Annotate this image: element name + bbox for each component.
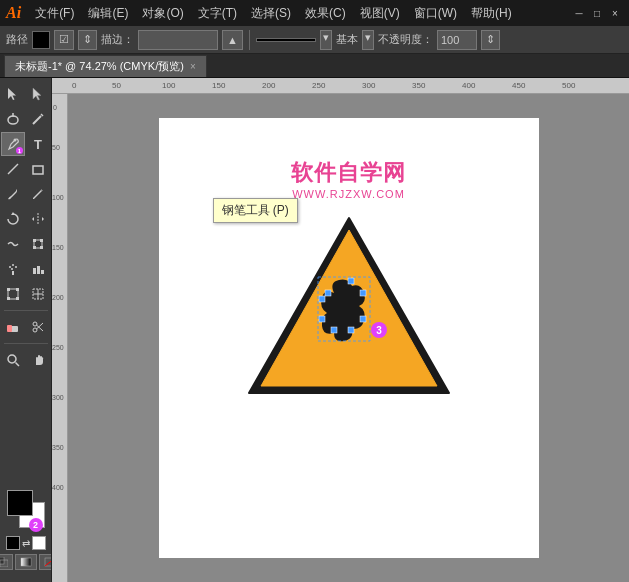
options-toolbar: 路径 ☑ ⇕ 描边： ▲ ▾ 基本 ▾ 不透明度： ⇕ bbox=[0, 26, 629, 54]
stroke-width-input[interactable] bbox=[138, 30, 218, 50]
svg-rect-43 bbox=[0, 557, 4, 564]
menu-effect[interactable]: 效果(C) bbox=[299, 3, 352, 24]
color-area: 2 ⇄ bbox=[0, 490, 52, 578]
stroke-style-select[interactable]: ▾ bbox=[320, 30, 332, 50]
fill-color-swatch[interactable] bbox=[32, 31, 50, 49]
color-swatches: 2 bbox=[7, 490, 45, 528]
minimize-button[interactable]: ─ bbox=[571, 5, 587, 21]
canvas-area: 0 50 100 150 200 250 300 350 400 450 500… bbox=[52, 78, 629, 582]
anchor-7 bbox=[319, 316, 325, 322]
svg-point-6 bbox=[14, 139, 17, 142]
eraser-tool-btn[interactable] bbox=[1, 315, 25, 339]
type-tool[interactable]: T bbox=[26, 132, 50, 156]
direct-select-tool[interactable] bbox=[26, 82, 50, 106]
svg-line-4 bbox=[33, 116, 41, 124]
symbol-spray-tool[interactable] bbox=[1, 257, 25, 281]
scissors-tool-btn[interactable] bbox=[26, 315, 50, 339]
stroke-stepper[interactable]: ⇕ bbox=[78, 30, 97, 50]
watermark-title: 软件自学网 bbox=[291, 158, 406, 188]
svg-rect-16 bbox=[40, 239, 43, 242]
line-tool[interactable] bbox=[1, 157, 25, 181]
svg-line-42 bbox=[16, 363, 20, 367]
tooltip-text: 钢笔工具 (P) bbox=[222, 203, 289, 217]
rect-tool[interactable] bbox=[26, 157, 50, 181]
svg-rect-23 bbox=[12, 271, 14, 275]
pencil-tool[interactable] bbox=[26, 182, 50, 206]
opacity-label: 不透明度： bbox=[378, 32, 433, 47]
foreground-color-swatch[interactable] bbox=[7, 490, 33, 516]
none-icon[interactable] bbox=[39, 554, 53, 570]
anchor-1 bbox=[325, 290, 331, 296]
menu-window[interactable]: 窗口(W) bbox=[408, 3, 463, 24]
rotate-tool[interactable] bbox=[1, 207, 25, 231]
stroke-up-btn[interactable]: ▲ bbox=[222, 30, 243, 50]
stroke-checkbox[interactable]: ☑ bbox=[54, 30, 74, 50]
column-graph-tool[interactable] bbox=[26, 257, 50, 281]
hand-tool-btn[interactable] bbox=[26, 348, 50, 372]
checkbox-icon: ☑ bbox=[59, 33, 69, 46]
svg-rect-28 bbox=[7, 288, 10, 291]
svg-rect-24 bbox=[33, 268, 36, 274]
warp-tool[interactable] bbox=[1, 232, 25, 256]
menu-bar: 文件(F) 编辑(E) 对象(O) 文字(T) 选择(S) 效果(C) 视图(V… bbox=[29, 3, 571, 24]
artboard: 软件自学网 WWW.RJZXW.COM bbox=[159, 118, 539, 558]
svg-rect-29 bbox=[16, 288, 19, 291]
tool-row-4 bbox=[1, 157, 50, 181]
document-tab[interactable]: 未标题-1* @ 74.27% (CMYK/预览) × bbox=[4, 55, 207, 77]
app-logo: Ai bbox=[6, 4, 21, 22]
paintbrush-tool[interactable] bbox=[1, 182, 25, 206]
tool-row-8 bbox=[1, 257, 50, 281]
default-colors-icon[interactable] bbox=[6, 536, 20, 550]
tool-separator-1 bbox=[4, 310, 48, 311]
maximize-button[interactable]: □ bbox=[589, 5, 605, 21]
basic-label: 基本 bbox=[336, 32, 358, 47]
svg-point-22 bbox=[11, 268, 13, 270]
lasso-tool[interactable] bbox=[1, 107, 25, 131]
color-mode-icon[interactable] bbox=[0, 554, 13, 570]
menu-help[interactable]: 帮助(H) bbox=[465, 3, 518, 24]
opacity-input[interactable] bbox=[437, 30, 477, 50]
svg-line-47 bbox=[45, 558, 53, 566]
slice-tool-btn[interactable] bbox=[26, 282, 50, 306]
tool-row-9 bbox=[1, 282, 50, 306]
svg-point-2 bbox=[8, 116, 18, 124]
menu-select[interactable]: 选择(S) bbox=[245, 3, 297, 24]
basic-style-select[interactable]: ▾ bbox=[362, 30, 374, 50]
svg-marker-12 bbox=[32, 217, 34, 221]
svg-point-19 bbox=[9, 266, 11, 268]
opacity-stepper[interactable]: ⇕ bbox=[481, 30, 500, 50]
tool-row-2 bbox=[1, 107, 50, 131]
gradient-mode-icon[interactable] bbox=[15, 554, 37, 570]
tool-row-5 bbox=[1, 182, 50, 206]
select-tool[interactable] bbox=[1, 82, 25, 106]
reflect-tool[interactable] bbox=[26, 207, 50, 231]
close-button[interactable]: × bbox=[607, 5, 623, 21]
tool-row-1 bbox=[1, 82, 50, 106]
anchor-5 bbox=[348, 327, 354, 333]
anchor-8 bbox=[319, 296, 325, 302]
menu-file[interactable]: 文件(F) bbox=[29, 3, 80, 24]
tab-close-button[interactable]: × bbox=[190, 61, 196, 72]
svg-rect-8 bbox=[33, 166, 43, 174]
toolbar-divider-1 bbox=[249, 30, 250, 50]
menu-edit[interactable]: 编辑(E) bbox=[82, 3, 134, 24]
menu-view[interactable]: 视图(V) bbox=[354, 3, 406, 24]
svg-line-7 bbox=[8, 164, 18, 174]
tool-row-3: 1 T bbox=[1, 132, 50, 156]
menu-object[interactable]: 对象(O) bbox=[136, 3, 189, 24]
pen-tool[interactable]: 1 bbox=[1, 132, 25, 156]
artboard-tool-btn[interactable] bbox=[1, 282, 25, 306]
svg-rect-17 bbox=[33, 246, 36, 249]
svg-marker-1 bbox=[33, 88, 41, 100]
magic-wand-tool[interactable] bbox=[26, 107, 50, 131]
tab-title: 未标题-1* @ 74.27% (CMYK/预览) bbox=[15, 59, 184, 74]
tool-row-7 bbox=[1, 232, 50, 256]
zoom-tool-btn[interactable] bbox=[1, 348, 25, 372]
menu-type[interactable]: 文字(T) bbox=[192, 3, 243, 24]
stroke-label: 描边： bbox=[101, 32, 134, 47]
tooltip: 钢笔工具 (P) bbox=[213, 198, 298, 223]
free-transform-tool[interactable] bbox=[26, 232, 50, 256]
swap-colors-icon[interactable]: ⇄ bbox=[22, 538, 30, 549]
reset-colors-icon[interactable] bbox=[32, 536, 46, 550]
window-controls: ─ □ × bbox=[571, 5, 623, 21]
